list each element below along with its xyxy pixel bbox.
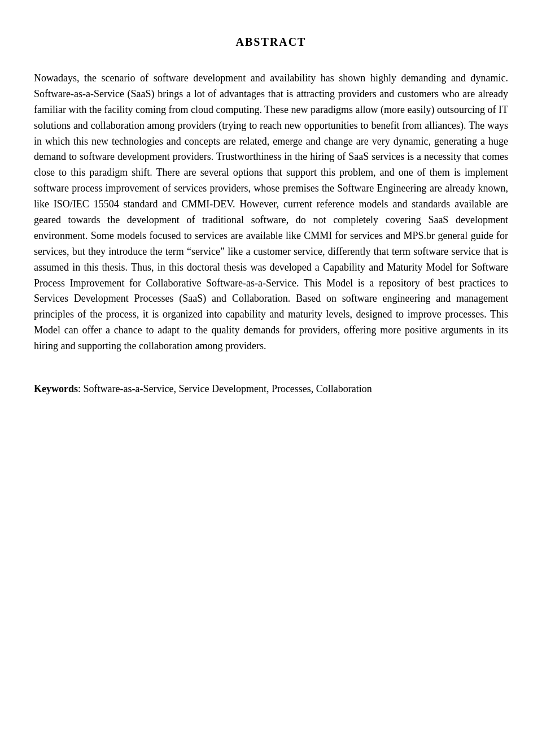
keywords-label: Keywords xyxy=(34,383,78,394)
keywords-section: Keywords: Software-as-a-Service, Service… xyxy=(34,381,508,397)
keywords-values: Software-as-a-Service, Service Developme… xyxy=(84,383,372,394)
page-container: ABSTRACT Nowadays, the scenario of softw… xyxy=(34,34,508,397)
abstract-body: Nowadays, the scenario of software devel… xyxy=(34,71,508,354)
keywords-colon: : xyxy=(78,383,84,394)
abstract-title: ABSTRACT xyxy=(34,34,508,50)
